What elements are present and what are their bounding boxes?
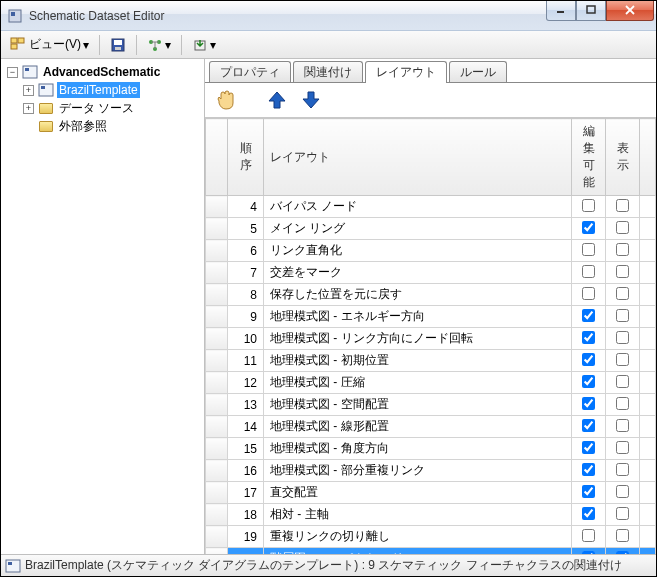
tab[interactable]: プロパティ [209,61,291,82]
tree-item[interactable]: 外部参照 [3,117,202,135]
table-row[interactable]: 16地理模式図 - 部分重複リンク [206,460,656,482]
cell-layout: メイン リング [264,218,572,240]
move-down-button[interactable] [297,86,325,114]
hand-tool-button[interactable] [211,86,239,114]
show-checkbox[interactable] [616,221,629,234]
maximize-button[interactable] [576,1,606,21]
cell-seq: 8 [228,284,264,306]
grid-header-rowselector[interactable] [206,119,228,196]
editable-checkbox[interactable] [582,529,595,542]
editable-checkbox[interactable] [582,331,595,344]
row-header[interactable] [206,284,228,306]
row-header[interactable] [206,306,228,328]
table-row[interactable]: 11地理模式図 - 初期位置 [206,350,656,372]
table-row[interactable]: 6リンク直角化 [206,240,656,262]
cell-layout: 地理模式図 - 圧縮 [264,372,572,394]
table-row[interactable]: 19重複リンクの切り離し [206,526,656,548]
editable-checkbox[interactable] [582,287,595,300]
show-checkbox[interactable] [616,243,629,256]
table-row[interactable]: 4バイパス ノード [206,196,656,218]
show-checkbox[interactable] [616,419,629,432]
table-row[interactable]: 12地理模式図 - 圧縮 [206,372,656,394]
show-checkbox[interactable] [616,375,629,388]
show-checkbox[interactable] [616,265,629,278]
show-checkbox[interactable] [616,353,629,366]
minimize-button[interactable] [546,1,576,21]
show-checkbox[interactable] [616,507,629,520]
editable-checkbox[interactable] [582,419,595,432]
cell-spacer [640,416,656,438]
show-checkbox[interactable] [616,463,629,476]
editable-checkbox[interactable] [582,353,595,366]
grid-header-layout[interactable]: レイアウト [264,119,572,196]
tree-item[interactable]: +BrazilTemplate [3,81,202,99]
row-header[interactable] [206,460,228,482]
cell-seq: 4 [228,196,264,218]
show-checkbox[interactable] [616,397,629,410]
table-row[interactable]: 8保存した位置を元に戻す [206,284,656,306]
expand-icon[interactable]: + [23,103,34,114]
row-header[interactable] [206,416,228,438]
table-row[interactable]: 9地理模式図 - エネルギー方向 [206,306,656,328]
move-up-button[interactable] [263,86,291,114]
row-header[interactable] [206,482,228,504]
view-menu-button[interactable]: ビュー(V) ▾ [5,34,94,56]
row-header[interactable] [206,350,228,372]
row-header[interactable] [206,218,228,240]
table-row[interactable]: 13地理模式図 - 空間配置 [206,394,656,416]
table-row[interactable]: 17直交配置 [206,482,656,504]
table-row[interactable]: 14地理模式図 - 線形配置 [206,416,656,438]
editable-checkbox[interactable] [582,199,595,212]
grid-area[interactable]: 順序 レイアウト 編集可能 表示 4バイパス ノード5メイン リング6リンク直角… [205,117,656,554]
editable-checkbox[interactable] [582,243,595,256]
cell-seq: 11 [228,350,264,372]
tab[interactable]: レイアウト [365,61,447,83]
editable-checkbox[interactable] [582,463,595,476]
tab[interactable]: ルール [449,61,507,82]
editable-checkbox[interactable] [582,265,595,278]
show-checkbox[interactable] [616,199,629,212]
schematic-tool-button[interactable]: ▾ [142,34,176,56]
show-checkbox[interactable] [616,287,629,300]
row-header[interactable] [206,262,228,284]
editable-checkbox[interactable] [582,221,595,234]
row-header[interactable] [206,394,228,416]
toolbar-separator [99,35,100,55]
row-header[interactable] [206,438,228,460]
import-button[interactable]: ▾ [187,34,221,56]
show-checkbox[interactable] [616,529,629,542]
grid-header-seq[interactable]: 順序 [228,119,264,196]
close-button[interactable] [606,1,654,21]
row-header[interactable] [206,372,228,394]
table-row[interactable]: 7交差をマーク [206,262,656,284]
save-button[interactable] [105,34,131,56]
cell-layout: 相対 - 主軸 [264,504,572,526]
tree-item[interactable]: +データ ソース [3,99,202,117]
row-header[interactable] [206,526,228,548]
show-checkbox[interactable] [616,441,629,454]
row-header[interactable] [206,328,228,350]
tab[interactable]: 関連付け [293,61,363,82]
table-row[interactable]: 10地理模式図 - リンク方向にノード回転 [206,328,656,350]
folder-icon [38,101,54,115]
expand-icon[interactable]: + [23,85,34,96]
editable-checkbox[interactable] [582,485,595,498]
editable-checkbox[interactable] [582,507,595,520]
table-row[interactable]: 5メイン リング [206,218,656,240]
table-row[interactable]: 15地理模式図 - 角度方向 [206,438,656,460]
editable-checkbox[interactable] [582,397,595,410]
editable-checkbox[interactable] [582,375,595,388]
row-header[interactable] [206,240,228,262]
editable-checkbox[interactable] [582,441,595,454]
table-row[interactable]: 18相対 - 主軸 [206,504,656,526]
show-checkbox[interactable] [616,331,629,344]
tree-root[interactable]: − AdvancedSchematic [3,63,202,81]
grid-header-editable[interactable]: 編集可能 [572,119,606,196]
row-header[interactable] [206,504,228,526]
editable-checkbox[interactable] [582,309,595,322]
collapse-icon[interactable]: − [7,67,18,78]
row-header[interactable] [206,196,228,218]
show-checkbox[interactable] [616,485,629,498]
show-checkbox[interactable] [616,309,629,322]
grid-header-show[interactable]: 表示 [606,119,640,196]
